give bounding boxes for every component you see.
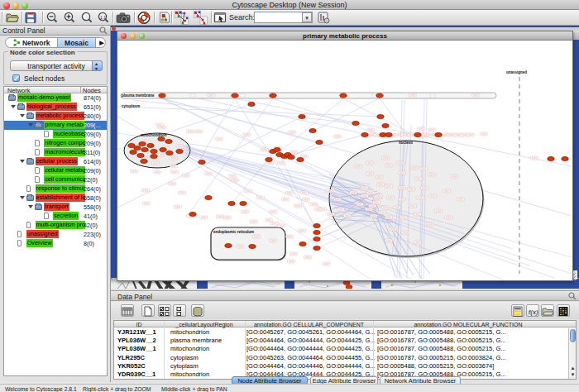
svg-text:f(x): f(x) <box>529 308 538 316</box>
svg-text:mitochondrion: mitochondrion <box>141 133 167 137</box>
svg-text:endoplasmic reticulum: endoplasmic reticulum <box>213 230 254 234</box>
svg-text:unassigned: unassigned <box>506 70 527 74</box>
svg-text:plasma membrane: plasma membrane <box>122 93 155 98</box>
svg-text:nucleus: nucleus <box>399 141 414 145</box>
svg-text:1:1: 1:1 <box>100 15 106 20</box>
svg-text:cytoplasm: cytoplasm <box>122 104 140 108</box>
